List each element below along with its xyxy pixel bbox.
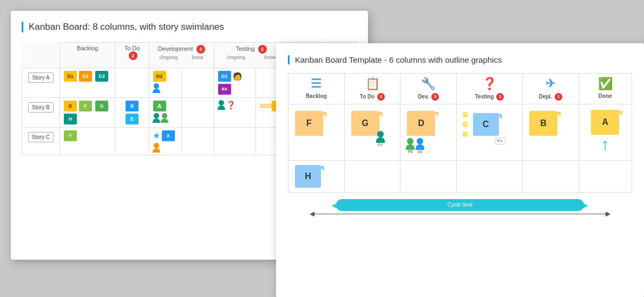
col2-todo: 📋 To Do 2: [344, 73, 400, 104]
col2-depl: ✈ Depl. 1: [522, 73, 579, 104]
speed-lines-4: ≡: [462, 129, 466, 139]
task-d3: D3: [95, 71, 108, 82]
task-b: B: [126, 101, 139, 111]
person-ab: [153, 113, 160, 123]
speed-lines: ≡≡≡: [259, 101, 271, 111]
big-card-a: A: [591, 110, 619, 135]
table-row: F G GY: [288, 104, 632, 160]
person-da2: [153, 143, 160, 153]
big-card-d: D: [407, 111, 435, 136]
person-gy: GY: [376, 131, 385, 147]
testing-icon: ❓: [482, 77, 497, 91]
card1-title: Kanban Board: 8 columns, with story swim…: [22, 22, 357, 32]
task-x: X: [162, 130, 175, 141]
person-de: DE: [416, 138, 424, 154]
task-f: F: [79, 101, 92, 111]
person-mn: [161, 113, 168, 123]
cycle-time-section: Cycle time ◀ ▶ ◀ ▶: [288, 199, 632, 214]
person-da: [218, 100, 225, 110]
label-p1: P1: [495, 137, 505, 144]
col2-backlog: ☰ Backlog: [288, 73, 345, 104]
task-a: A: [153, 101, 166, 111]
backlog-icon: ☰: [311, 77, 321, 91]
dev-icon: 🔧: [421, 77, 436, 91]
lead-time-bar: ◀ ▶: [314, 214, 607, 214]
up-arrow: ↑: [584, 135, 626, 155]
card2: Kanban Board Template - 6 columns with o…: [276, 43, 644, 298]
cycle-arrow-right: ▶: [582, 201, 588, 209]
cycle-arrow-left: ◀: [332, 201, 338, 209]
table-row: H: [288, 160, 632, 192]
task-d2b: D2: [153, 71, 166, 82]
task-d2: D2: [79, 71, 92, 82]
story-c-label: Story C: [28, 132, 54, 142]
big-card-b: B: [529, 111, 557, 136]
todo-icon: 📋: [365, 77, 380, 91]
done-icon: ✅: [598, 77, 613, 91]
card2-title: Kanban Board Template - 6 columns with o…: [288, 55, 632, 64]
task-h: H: [64, 114, 77, 124]
story-a-label: Story A: [28, 72, 53, 83]
person-pb: [153, 83, 160, 93]
scene: Kanban Board: 8 columns, with story swim…: [11, 11, 633, 287]
task-g: G: [95, 101, 108, 111]
task-y: Y: [64, 130, 77, 141]
col-todo: To Do 2: [115, 42, 149, 68]
speed-lines-3: ≡: [462, 120, 466, 129]
big-card-h: H: [295, 165, 321, 188]
person-p2: 🧑: [233, 72, 242, 81]
big-card-c: C: [473, 113, 499, 136]
big-card-g: G: [351, 111, 379, 136]
col-dev: Development 3 Ongoing Done: [149, 42, 214, 68]
task-d1: D1: [64, 71, 77, 82]
cycle-time-bar: Cycle time: [336, 199, 584, 211]
col2-dev: 🔧 Dev. 3: [400, 73, 457, 104]
task-d1b: D1: [218, 71, 231, 82]
question-icon: ❓: [226, 101, 235, 109]
task-e: E: [126, 114, 139, 124]
kanban-table-2: ☰ Backlog 📋 To Do 2 🔧 Dev. 3: [288, 73, 632, 193]
task-d: D: [64, 101, 77, 111]
col2-testing: ❓ Testing 2: [457, 73, 523, 104]
task-bk: Bk: [218, 84, 231, 95]
story-b-label: Story B: [28, 102, 54, 113]
big-card-f: F: [295, 111, 323, 136]
col2-done: ✅ Done: [579, 73, 632, 104]
person-pb2: PB: [406, 138, 415, 154]
star-icon: ★: [153, 130, 160, 141]
speed-lines-2: ≡: [462, 110, 466, 120]
col-backlog: Backlog: [60, 42, 115, 68]
deploy-icon: ✈: [546, 77, 555, 91]
